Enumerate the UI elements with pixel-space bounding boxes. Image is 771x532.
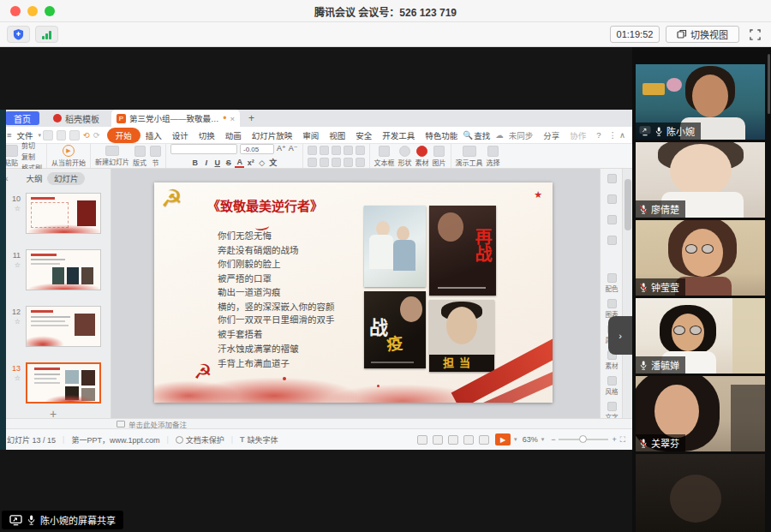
- paste-button[interactable]: 粘贴: [4, 145, 18, 167]
- video-tile-partial[interactable]: [636, 454, 765, 532]
- slide-canvas[interactable]: ☭ 《致敬最美逆行者》 ★ 你们无怨无悔 奔赴没有硝烟的战场 你们刚毅的脸上 被…: [111, 169, 600, 418]
- menu-transition[interactable]: 切换: [194, 128, 220, 143]
- line-spacing-icon[interactable]: [356, 146, 365, 155]
- align-justify-icon[interactable]: [344, 158, 353, 167]
- fullscreen-button[interactable]: [744, 26, 765, 43]
- zoom-level[interactable]: 63%: [523, 435, 538, 444]
- new-tab-button[interactable]: +: [248, 112, 254, 124]
- font-name-combobox[interactable]: [170, 144, 237, 154]
- video-tile-guancuifen[interactable]: 关翠芬: [636, 376, 765, 451]
- tab-document-active[interactable]: P 第三党小组——致敬最美逆行者 • ×: [111, 110, 240, 127]
- indent-decrease-icon[interactable]: [332, 146, 341, 155]
- search-icon[interactable]: 🔍: [463, 130, 473, 140]
- slide-thumbnail-11[interactable]: [26, 249, 101, 290]
- menu-start[interactable]: 开始: [107, 128, 140, 143]
- slide-thumbnail-13-current[interactable]: [26, 362, 101, 403]
- security-shield-button[interactable]: [7, 26, 30, 43]
- rail-item-style[interactable]: 风格: [601, 376, 623, 396]
- rail-icon-3[interactable]: [601, 215, 623, 225]
- highlight-button[interactable]: ◇: [257, 158, 266, 167]
- play-from-current-button[interactable]: ▶ 从当前开始: [51, 145, 86, 167]
- menu-animation[interactable]: 动画: [220, 128, 247, 143]
- wps-scrollbar-thumb[interactable]: [625, 179, 631, 230]
- slideshow-play-button[interactable]: ▶: [495, 433, 511, 445]
- video-tile-panyuchan[interactable]: 潘毓婵: [636, 298, 765, 374]
- increase-font-icon[interactable]: A⁺: [277, 144, 286, 154]
- zoom-out-button[interactable]: −: [551, 435, 555, 444]
- menu-slideshow[interactable]: 幻灯片放映: [247, 128, 298, 143]
- notes-strip[interactable]: 单击此处添加备注: [0, 418, 632, 428]
- slide-sorter-icon[interactable]: [448, 435, 458, 445]
- slide-thumbnail-12[interactable]: [26, 306, 101, 347]
- save-icon[interactable]: [43, 130, 53, 140]
- current-slide[interactable]: ☭ 《致敬最美逆行者》 ★ 你们无怨无悔 奔赴没有硝烟的战场 你们刚毅的脸上 被…: [154, 182, 553, 403]
- superscript-button[interactable]: x²: [246, 158, 255, 167]
- menu-review[interactable]: 审阅: [297, 128, 324, 143]
- menu-view[interactable]: 视图: [324, 128, 350, 143]
- redo-icon[interactable]: ⟳: [93, 130, 100, 140]
- material-button[interactable]: 素材: [415, 146, 429, 167]
- section-button[interactable]: 节: [150, 146, 161, 167]
- underline-button[interactable]: U: [212, 158, 222, 167]
- network-signal-button[interactable]: [35, 26, 58, 43]
- align-center-icon[interactable]: [320, 158, 329, 167]
- new-slide-button[interactable]: 新建幻灯片: [95, 146, 129, 166]
- tab-home[interactable]: 首页: [5, 111, 39, 125]
- protection-status[interactable]: 文档未保护: [186, 434, 224, 445]
- zoom-caret[interactable]: ▾: [541, 436, 545, 443]
- tab-docer[interactable]: 稻壳模板: [46, 111, 106, 125]
- menu-insert[interactable]: 插入: [140, 128, 167, 143]
- missing-fonts[interactable]: 缺失字体: [248, 434, 278, 445]
- menu-devtools[interactable]: 开发工具: [377, 128, 420, 143]
- more-icon[interactable]: ⋮: [609, 130, 618, 140]
- menu-design[interactable]: 设计: [167, 128, 194, 143]
- cut-button[interactable]: 剪切: [21, 140, 35, 150]
- zoom-slider-knob[interactable]: [579, 435, 587, 443]
- layout-button[interactable]: 版式: [133, 146, 146, 167]
- close-tab-icon[interactable]: ×: [230, 114, 235, 123]
- decrease-font-icon[interactable]: A⁻: [289, 144, 298, 154]
- text-box-button[interactable]: 文本框: [374, 146, 395, 167]
- share-button[interactable]: 分享: [538, 128, 565, 143]
- help-button[interactable]: ?: [591, 129, 606, 141]
- present-tools-button[interactable]: 演示工具: [456, 146, 483, 167]
- presenter-view-icon[interactable]: [479, 435, 489, 445]
- select-button[interactable]: 选择: [487, 146, 500, 167]
- wps-scrollbar[interactable]: [622, 169, 632, 418]
- distribute-icon[interactable]: [356, 158, 365, 167]
- rail-icon-2[interactable]: [601, 194, 623, 205]
- sync-status[interactable]: 未同步: [504, 128, 539, 143]
- menu-security[interactable]: 安全: [350, 128, 377, 143]
- slides-tab[interactable]: 幻灯片: [47, 172, 86, 185]
- panel-expand-handle[interactable]: ›: [608, 316, 632, 355]
- shape-button[interactable]: 形状: [398, 146, 412, 167]
- fit-slide-icon[interactable]: ⛶: [620, 435, 625, 445]
- font-size-combobox[interactable]: -0.05: [240, 144, 274, 154]
- play-options-caret[interactable]: ▾: [514, 436, 517, 443]
- sidebar-scrollbar-thumb[interactable]: [768, 54, 770, 114]
- zoom-in-button[interactable]: +: [612, 435, 616, 444]
- menu-features[interactable]: 特色功能: [420, 128, 463, 143]
- reading-view-icon[interactable]: [463, 435, 474, 445]
- switch-view-button[interactable]: 切换视图: [666, 26, 739, 43]
- strikethrough-button[interactable]: S: [224, 158, 233, 167]
- normal-view-icon[interactable]: [433, 435, 443, 445]
- italic-button[interactable]: I: [201, 158, 211, 167]
- collapse-ribbon-icon[interactable]: ∧: [619, 130, 625, 140]
- align-left-icon[interactable]: [308, 158, 317, 167]
- video-tile-chenxiaowan[interactable]: 陈小婉: [636, 64, 765, 140]
- wps-presentation-window[interactable]: 首页 稻壳模板 P 第三党小组——致敬最美逆行者 • × + ≡ 文件 ▾ ⟲ …: [0, 110, 632, 450]
- collab-button[interactable]: 协作: [565, 128, 591, 143]
- menu-find[interactable]: 查找: [473, 128, 495, 143]
- bold-button[interactable]: B: [190, 158, 200, 167]
- outline-tab[interactable]: 大纲: [27, 174, 43, 183]
- slide-thumbnail-10[interactable]: [26, 193, 101, 234]
- rail-icon-4[interactable]: [601, 236, 623, 246]
- rail-item-colors[interactable]: 配色: [601, 273, 623, 293]
- rail-icon-1[interactable]: [601, 174, 623, 184]
- video-tile-liaoqianchu[interactable]: 廖倩楚: [636, 142, 765, 218]
- indent-increase-icon[interactable]: [344, 146, 353, 155]
- text-effects-button[interactable]: 文: [268, 157, 278, 168]
- notes-toggle-icon[interactable]: [417, 435, 427, 445]
- bullet-list-icon[interactable]: [308, 146, 317, 155]
